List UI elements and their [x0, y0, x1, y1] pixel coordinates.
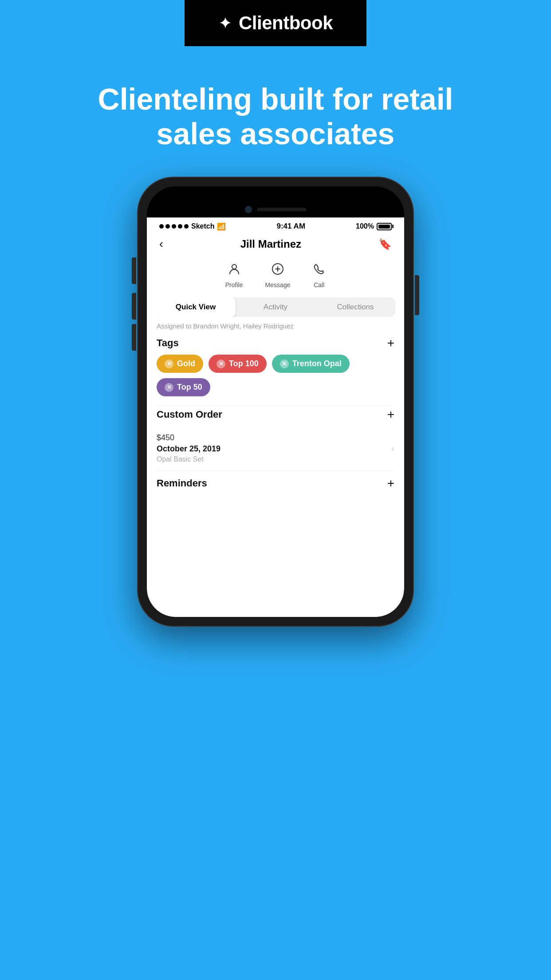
add-reminder-button[interactable]: +: [387, 477, 394, 490]
wifi-icon: 📶: [217, 222, 226, 231]
message-label: Message: [265, 281, 290, 288]
tag-close-top50[interactable]: ✕: [165, 383, 173, 392]
nav-bar: ‹ Jill Martinez 🔖: [147, 233, 404, 256]
order-date: October 25, 2019: [157, 444, 220, 454]
carrier-name: Sketch: [191, 222, 214, 230]
tags-area: ✕ Gold ✕ Top 100 ✕ Trenton Opal ✕ Top 50: [147, 355, 404, 405]
status-time: 9:41 AM: [276, 222, 305, 231]
tag-gold[interactable]: ✕ Gold: [157, 355, 203, 373]
reminders-section-header: Reminders +: [147, 471, 404, 496]
phone-outer: Sketch 📶 9:41 AM 100% ‹ Jill Martinez: [138, 178, 413, 626]
camera-dot: [245, 206, 252, 213]
tag-close-trenton-opal[interactable]: ✕: [280, 360, 289, 368]
headline: Clienteling built for retail sales assoc…: [63, 82, 489, 151]
tag-top50[interactable]: ✕ Top 50: [157, 378, 210, 396]
status-bar: Sketch 📶 9:41 AM 100%: [147, 217, 404, 233]
profile-label: Profile: [225, 281, 243, 288]
svg-point-0: [232, 265, 236, 269]
signal-dots: [159, 224, 189, 229]
phone-mockup: Sketch 📶 9:41 AM 100% ‹ Jill Martinez: [138, 178, 413, 626]
tab-activity[interactable]: Activity: [236, 297, 315, 317]
order-info: $450 October 25, 2019 Opal Basic Set: [157, 433, 220, 463]
page-title: Jill Martinez: [240, 238, 301, 250]
assigned-text: Assigned to Brandon Wright, Hailey Rodri…: [147, 321, 404, 334]
message-icon: [271, 262, 284, 279]
tab-quick-view[interactable]: Quick View: [156, 297, 236, 317]
phone-screen-outer: Sketch 📶 9:41 AM 100% ‹ Jill Martinez: [147, 186, 404, 617]
tabs-row: Quick View Activity Collections: [156, 297, 395, 317]
actions-row: Profile Message: [147, 256, 404, 293]
logo-text: Clientbook: [239, 12, 333, 34]
tag-top50-label: Top 50: [177, 383, 202, 392]
tag-gold-label: Gold: [177, 359, 195, 368]
tag-close-gold[interactable]: ✕: [165, 360, 173, 368]
action-profile[interactable]: Profile: [225, 262, 243, 288]
app-screen: Sketch 📶 9:41 AM 100% ‹ Jill Martinez: [147, 217, 404, 617]
bookmark-button[interactable]: 🔖: [378, 238, 392, 250]
tab-collections[interactable]: Collections: [315, 297, 395, 317]
battery-percent: 100%: [356, 222, 374, 230]
tag-top100[interactable]: ✕ Top 100: [209, 355, 267, 373]
status-right: 100%: [356, 222, 392, 230]
logo-bar: ✦ Clientbook: [185, 0, 366, 46]
tag-close-top100[interactable]: ✕: [216, 360, 225, 368]
tags-section-header: Tags +: [147, 334, 404, 355]
headline-line1: Clienteling built for retail: [98, 82, 453, 116]
order-list-item[interactable]: $450 October 25, 2019 Opal Basic Set ›: [147, 426, 404, 470]
tags-title: Tags: [157, 337, 179, 349]
add-order-button[interactable]: +: [387, 408, 394, 421]
headline-line2: sales associates: [157, 117, 395, 150]
add-tag-button[interactable]: +: [387, 337, 394, 349]
call-label: Call: [314, 281, 324, 288]
order-description: Opal Basic Set: [157, 455, 220, 463]
order-price: $450: [157, 433, 220, 443]
order-chevron-icon: ›: [391, 443, 394, 454]
phone-top-bar: [147, 200, 404, 217]
custom-order-title: Custom Order: [157, 409, 222, 420]
tag-trenton-opal[interactable]: ✕ Trenton Opal: [272, 355, 350, 373]
profile-icon: [228, 262, 241, 279]
logo-icon: ✦: [218, 15, 232, 32]
back-button[interactable]: ‹: [159, 237, 163, 251]
battery-bar: [377, 223, 392, 230]
action-message[interactable]: Message: [265, 262, 290, 288]
reminders-title: Reminders: [157, 478, 207, 489]
call-icon: [312, 262, 326, 279]
custom-order-section-header: Custom Order +: [147, 406, 404, 426]
speaker-bar: [257, 208, 306, 211]
tag-top100-label: Top 100: [229, 359, 259, 368]
battery-fill: [378, 225, 390, 229]
tag-trenton-opal-label: Trenton Opal: [292, 359, 342, 368]
action-call[interactable]: Call: [312, 262, 326, 288]
status-left: Sketch 📶: [159, 222, 226, 231]
